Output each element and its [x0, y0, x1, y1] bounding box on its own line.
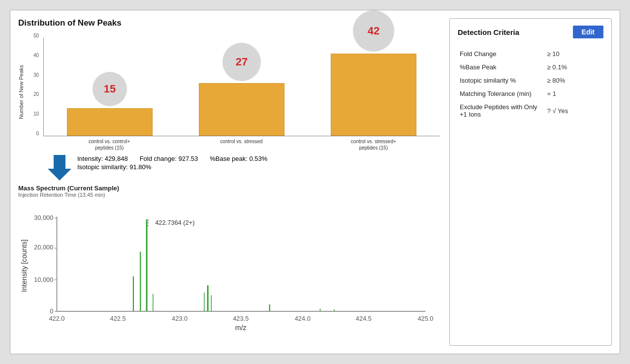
svg-text:422.7364 (2+): 422.7364 (2+) — [155, 219, 194, 226]
criteria-panel: Detection Criteria Edit Fold Change ≥ 10… — [449, 18, 612, 346]
bar-group-1: 15 — [44, 38, 176, 136]
svg-text:20,000: 20,000 — [34, 243, 53, 251]
svg-text:424.0: 424.0 — [295, 315, 311, 322]
criteria-value-tolerance: = 1 — [545, 87, 603, 100]
base-peak-stat: %Base peak: 0.53% — [210, 155, 267, 162]
svg-marker-0 — [48, 155, 71, 181]
svg-text:423.5: 423.5 — [233, 315, 249, 322]
intensity-label: Intensity: 429,848 — [77, 155, 128, 162]
y-tick-30: 30 — [26, 72, 41, 78]
criteria-row-tolerance: Matching Tolerance (min) = 1 — [458, 87, 603, 100]
criteria-row-base-peak: %Base Peak ≥ 0.1% — [458, 61, 603, 74]
fold-change-stat: Fold change: 927.53 — [140, 155, 198, 162]
bubble-3: 42 — [353, 10, 394, 52]
bar-group-3: 42 — [308, 38, 440, 136]
x-label-1: control vs. control+peptides (15) — [43, 136, 175, 151]
edit-button[interactable]: Edit — [573, 26, 603, 38]
criteria-name-isotopic: Isotopic similarity % — [458, 74, 545, 87]
y-tick-20: 20 — [26, 91, 41, 97]
criteria-value-exclude: ? √ Yes — [545, 100, 603, 121]
svg-text:423.0: 423.0 — [172, 315, 188, 322]
svg-text:30,000: 30,000 — [34, 214, 53, 222]
x-labels: control vs. control+peptides (15) contro… — [43, 136, 440, 151]
stats-row-2: Isotopic similarity: 91.80% — [77, 163, 267, 171]
criteria-value-base-peak: ≥ 0.1% — [545, 61, 603, 74]
criteria-name-fold-change: Fold Change — [458, 47, 545, 61]
svg-text:422.0: 422.0 — [49, 315, 64, 322]
svg-text:Intensity [counts]: Intensity [counts] — [20, 240, 28, 292]
svg-text:422.5: 422.5 — [110, 315, 126, 322]
chart-inner: 0 10 20 30 40 50 15 — [26, 33, 440, 151]
y-tick-50: 50 — [26, 33, 41, 38]
svg-text:424.5: 424.5 — [356, 315, 372, 322]
y-ticks: 0 10 20 30 40 50 — [26, 33, 41, 136]
arrow-stats: Intensity: 429,848 Fold change: 927.53 %… — [48, 155, 440, 181]
svg-text:10,000: 10,000 — [34, 276, 53, 283]
bar-2 — [199, 83, 284, 136]
criteria-value-fold-change: ≥ 10 — [545, 47, 603, 61]
isotopic-stat: Isotopic similarity: 91.80% — [77, 163, 151, 171]
criteria-header: Detection Criteria Edit — [458, 26, 603, 38]
criteria-panel-title: Detection Criteria — [458, 28, 519, 36]
y-tick-0: 0 — [26, 131, 41, 136]
criteria-row-exclude: Exclude Peptides with Only +1 Ions ? √ Y… — [458, 100, 603, 121]
svg-text:425.0: 425.0 — [417, 315, 433, 322]
y-tick-40: 40 — [26, 53, 41, 58]
bar-chart-area: Number of New Peaks 0 10 20 30 40 50 — [18, 33, 440, 151]
svg-text:m/z: m/z — [235, 324, 247, 332]
criteria-name-base-peak: %Base Peak — [458, 61, 545, 74]
svg-text:0: 0 — [50, 307, 53, 315]
criteria-row-fold-change: Fold Change ≥ 10 — [458, 47, 603, 61]
stats-row-1: Intensity: 429,848 Fold change: 927.53 %… — [77, 155, 267, 162]
right-panel: Detection Criteria Edit Fold Change ≥ 10… — [449, 18, 612, 346]
criteria-table: Fold Change ≥ 10 %Base Peak ≥ 0.1% Isoto… — [458, 47, 603, 121]
spectrum-section: Mass Spectrum (Current Sample) Injection… — [18, 184, 440, 346]
bar-group-2: 27 — [176, 38, 308, 136]
down-arrow-icon — [48, 155, 71, 181]
criteria-name-tolerance: Matching Tolerance (min) — [458, 87, 545, 100]
main-container: Distribution of New Peaks Number of New … — [10, 10, 620, 354]
bar-3 — [331, 54, 416, 136]
chart-plot: 0 10 20 30 40 50 15 — [26, 33, 440, 136]
x-label-3: control vs. stressed+peptides (15) — [308, 136, 440, 151]
spectrum-svg: 0 10,000 20,000 30,000 Intensity [counts… — [18, 200, 440, 346]
spectrum-title: Mass Spectrum (Current Sample) — [18, 184, 440, 192]
x-label-2: control vs. stressed — [175, 136, 307, 151]
stats-text: Intensity: 429,848 Fold change: 927.53 %… — [77, 155, 267, 171]
left-panel: Distribution of New Peaks Number of New … — [18, 18, 440, 346]
y-axis-label: Number of New Peaks — [18, 65, 24, 119]
bar-1 — [67, 108, 153, 136]
bubble-1: 15 — [93, 72, 127, 106]
bubble-2: 27 — [222, 43, 261, 81]
spectrum-chart: 0 10,000 20,000 30,000 Intensity [counts… — [18, 200, 440, 346]
criteria-value-isotopic: ≥ 80% — [545, 74, 603, 87]
y-tick-10: 10 — [26, 111, 41, 117]
criteria-row-isotopic: Isotopic similarity % ≥ 80% — [458, 74, 603, 87]
spectrum-subtitle: Injection Retention Time (13.45 min) — [18, 192, 440, 198]
criteria-name-exclude: Exclude Peptides with Only +1 Ions — [458, 100, 545, 121]
bars-area: 15 27 — [43, 38, 440, 136]
